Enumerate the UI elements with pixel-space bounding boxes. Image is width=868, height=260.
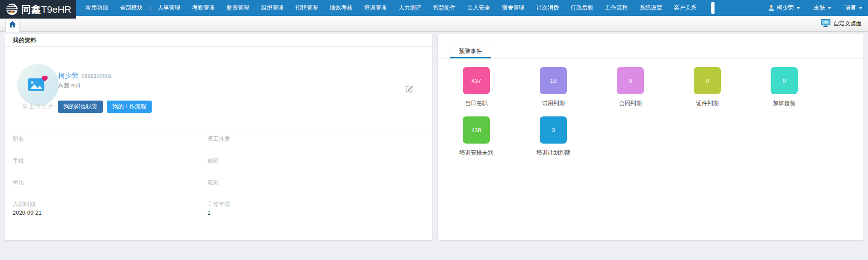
caret-down-icon bbox=[859, 7, 863, 9]
my-workflow-button[interactable]: 我的工作流程 bbox=[107, 101, 152, 113]
field-value bbox=[13, 144, 207, 151]
profile-field: 邮箱 bbox=[207, 156, 424, 175]
nav-menu-item[interactable]: 绩效考核 bbox=[324, 0, 358, 16]
alert-tile-box[interactable]: 18 bbox=[540, 67, 567, 94]
field-value bbox=[207, 166, 424, 173]
avatar[interactable] bbox=[17, 64, 59, 106]
field-value bbox=[13, 188, 207, 195]
alert-tile-label: 加班超额 bbox=[739, 100, 830, 107]
image-with-heart-icon bbox=[27, 74, 49, 95]
alert-tiles: 437 当日在职 18 试用到期 0 合同到期 bbox=[463, 67, 857, 166]
language-menu[interactable]: 语言 bbox=[845, 4, 863, 12]
alert-tile[interactable]: 3 培训计划到期 bbox=[540, 116, 617, 157]
profile-divider bbox=[5, 129, 432, 129]
my-duty-button[interactable]: 我的岗位职责 bbox=[58, 101, 103, 113]
profile-field: 工作年限 1 bbox=[207, 199, 424, 218]
alert-tile-count: 0 bbox=[705, 77, 709, 84]
profile-field: 籍贯 bbox=[207, 178, 424, 197]
customize-desktop-button[interactable]: 自定义桌面 bbox=[821, 16, 862, 32]
nav-menu-item[interactable]: 系统设置 bbox=[633, 0, 668, 16]
alert-tile-label: 培训计划到期 bbox=[508, 149, 599, 157]
employee-name[interactable]: 柯少荣 bbox=[58, 72, 78, 80]
nav-separator: | bbox=[149, 5, 152, 11]
field-label: 入职时间 bbox=[13, 201, 207, 208]
alert-tile-box[interactable]: 439 bbox=[463, 116, 490, 144]
alert-tile-count: 439 bbox=[471, 127, 481, 134]
field-label: 工作年限 bbox=[207, 201, 424, 208]
app-root: 同鑫T9eHR 常用功能全部模块 | 人事管理考勤管理薪资管理组织管理招聘管理绩… bbox=[0, 0, 868, 260]
edit-profile-icon[interactable] bbox=[405, 85, 413, 95]
alert-tile[interactable]: 0 加班超额 bbox=[771, 67, 848, 107]
field-label: 籍贯 bbox=[207, 179, 424, 186]
nav-scrollbar-thumb[interactable] bbox=[711, 2, 715, 14]
page-tabbar: 自定义桌面 bbox=[0, 16, 868, 32]
alert-tile-count: 3 bbox=[551, 127, 555, 134]
skin-label: 皮肤 bbox=[814, 4, 825, 12]
nav-menu-item[interactable]: 计次消费 bbox=[530, 0, 565, 16]
field-value bbox=[13, 166, 207, 173]
nav-menu-item[interactable]: 宿舍管理 bbox=[496, 0, 530, 16]
field-value: 2020-09-21 bbox=[13, 209, 207, 217]
brand-text-cn: 同鑫 bbox=[21, 3, 41, 16]
home-tab[interactable] bbox=[5, 18, 19, 32]
nav-menu-item[interactable]: 常用功能 bbox=[80, 0, 114, 16]
nav-menu-item[interactable]: 人力测评 bbox=[393, 0, 427, 16]
person-icon bbox=[768, 5, 775, 11]
language-label: 语言 bbox=[845, 4, 856, 12]
alert-tile-count: 0 bbox=[628, 77, 632, 84]
brand-text-en: T9eHR bbox=[41, 4, 72, 15]
alert-tile-box[interactable]: 0 bbox=[617, 67, 644, 94]
nav-menu-item[interactable]: 薪资管理 bbox=[221, 0, 255, 16]
customize-desktop-label: 自定义桌面 bbox=[834, 20, 862, 28]
profile-field: 入职时间 2020-09-21 bbox=[13, 199, 207, 218]
profile-panel-title: 我的资料 bbox=[5, 34, 432, 47]
nav-menu-item[interactable]: 组织管理 bbox=[255, 0, 289, 16]
field-label: 邮箱 bbox=[207, 158, 424, 164]
profile-field: 手机 bbox=[13, 156, 207, 175]
user-name: 柯少荣 bbox=[777, 4, 794, 12]
field-label: 员工性质 bbox=[207, 136, 424, 143]
monitor-icon bbox=[821, 19, 830, 29]
user-menu[interactable]: 柯少荣 bbox=[768, 4, 801, 12]
profile-buttons: 我的岗位职责 我的工作流程 bbox=[58, 101, 152, 113]
caret-down-icon bbox=[796, 7, 800, 9]
field-label: 手机 bbox=[13, 158, 207, 164]
profile-field: 员工性质 bbox=[207, 134, 424, 153]
my-profile-panel: 我的资料 请上传照片 柯少荣 0888100001 东莞-null 我的岗位职责… bbox=[5, 34, 432, 240]
alert-tile-box[interactable]: 3 bbox=[540, 116, 567, 144]
nav-menu-item[interactable]: 行政后勤 bbox=[565, 0, 599, 16]
alert-tile-box[interactable]: 437 bbox=[463, 67, 490, 94]
field-label: 学历 bbox=[13, 179, 207, 186]
alert-events-tab[interactable]: 预警事件 bbox=[450, 45, 491, 58]
nav-menu-item[interactable]: 工作流程 bbox=[599, 0, 633, 16]
profile-fields: 职务 员工性质 手机 邮箱 学历 bbox=[13, 134, 424, 218]
profile-field: 职务 bbox=[13, 134, 207, 153]
nav-menu-item[interactable]: 全部模块 bbox=[114, 0, 149, 16]
employee-number: 0888100001 bbox=[82, 73, 112, 79]
field-label: 职务 bbox=[13, 136, 207, 143]
field-value: 1 bbox=[207, 209, 424, 217]
striped-globe-icon bbox=[6, 3, 18, 15]
skin-menu[interactable]: 皮肤 bbox=[814, 4, 831, 12]
alert-tile-box[interactable]: 0 bbox=[694, 67, 721, 94]
nav-menu-item[interactable]: 客户关系 bbox=[668, 0, 702, 16]
alert-tile-count: 437 bbox=[471, 77, 481, 84]
nav-menu-item[interactable]: 考勤管理 bbox=[186, 0, 221, 16]
nav-menu-item[interactable]: 培训管理 bbox=[358, 0, 393, 16]
employee-location: 东莞-null bbox=[58, 82, 80, 90]
field-value bbox=[207, 188, 424, 195]
nav-menu-item[interactable]: 人事管理 bbox=[152, 0, 186, 16]
brand-logo[interactable]: 同鑫T9eHR bbox=[0, 0, 76, 19]
alert-tile-count: 0 bbox=[782, 77, 786, 84]
employee-identity: 柯少荣 0888100001 bbox=[58, 72, 112, 80]
alert-tile-box[interactable]: 0 bbox=[771, 67, 798, 94]
home-icon bbox=[9, 21, 16, 29]
caret-down-icon bbox=[828, 7, 831, 9]
field-value bbox=[207, 144, 424, 151]
nav-menu-item[interactable]: 智慧硬件 bbox=[427, 0, 461, 16]
nav-menu: 常用功能全部模块 | 人事管理考勤管理薪资管理组织管理招聘管理绩效考核培训管理人… bbox=[80, 0, 702, 16]
nav-user-area: 柯少荣 皮肤 语言 bbox=[754, 0, 863, 16]
nav-menu-item[interactable]: 出入安全 bbox=[461, 0, 496, 16]
profile-field: 学历 bbox=[13, 178, 207, 197]
nav-menu-item[interactable]: 招聘管理 bbox=[289, 0, 324, 16]
